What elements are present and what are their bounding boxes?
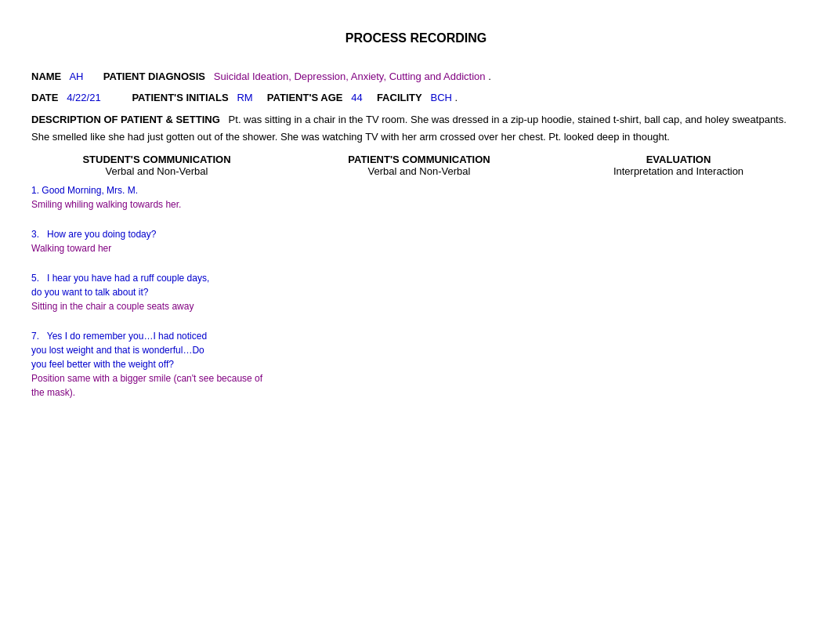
entry-7-nonverbal: Position same with a bigger smile (can't…: [31, 371, 274, 400]
name-label: NAME: [31, 71, 61, 82]
patient-sub: Verbal and Non-Verbal: [282, 165, 556, 177]
patient-column-header: PATIENT'S COMMUNICATION Verbal and Non-V…: [282, 154, 556, 177]
entry-7: 7. Yes I do remember you…I had noticedyo…: [31, 329, 274, 400]
initials-value: RM: [237, 92, 252, 103]
entry-1-nonverbal: Smiling whiling walking towards her.: [31, 197, 274, 212]
evaluation-sub: Interpretation and Interaction: [556, 165, 801, 177]
entry-7-verbal: 7. Yes I do remember you…I had noticedyo…: [31, 329, 274, 371]
diagnosis-value: Suicidal Ideation, Depression, Anxiety, …: [214, 71, 486, 82]
entry-1: 1. Good Morning, Mrs. M. Smiling whiling…: [31, 183, 274, 212]
date-row: DATE 4/22/21 PATIENT'S INITIALS RM PATIE…: [31, 90, 801, 107]
entry-5-verbal: 5. I hear you have had a ruff couple day…: [31, 271, 274, 299]
facility-label: FACILITY: [377, 92, 422, 103]
date-label: DATE: [31, 92, 58, 103]
entry-3-verbal: 3. How are you doing today?: [31, 227, 274, 241]
entry-5: 5. I hear you have had a ruff couple day…: [31, 271, 274, 313]
patient-column-body: [282, 183, 556, 415]
student-sub: Verbal and Non-Verbal: [31, 165, 282, 177]
evaluation-column-header: EVALUATION Interpretation and Interactio…: [556, 154, 801, 177]
initials-label: PATIENT'S INITIALS: [132, 92, 228, 103]
columns-header: STUDENT'S COMMUNICATION Verbal and Non-V…: [31, 154, 801, 177]
entry-3-nonverbal: Walking toward her: [31, 241, 274, 255]
entry-3: 3. How are you doing today? Walking towa…: [31, 227, 274, 255]
page-title: PROCESS RECORDING: [31, 31, 801, 45]
entry-1-verbal: 1. Good Morning, Mrs. M.: [31, 183, 274, 197]
evaluation-title: EVALUATION: [556, 154, 801, 165]
patient-title: PATIENT'S COMMUNICATION: [282, 154, 556, 165]
diagnosis-end: .: [488, 71, 491, 82]
age-label: PATIENT'S AGE: [267, 92, 343, 103]
entry-5-nonverbal: Sitting in the chair a couple seats away: [31, 299, 274, 313]
columns-body: 1. Good Morning, Mrs. M. Smiling whiling…: [31, 183, 801, 415]
description-row: DESCRIPTION OF PATIENT & SETTING Pt. was…: [31, 111, 801, 146]
student-column-header: STUDENT'S COMMUNICATION Verbal and Non-V…: [31, 154, 282, 177]
diagnosis-label: PATIENT DIAGNOSIS: [103, 71, 205, 82]
name-value: AH: [69, 71, 83, 82]
name-row: NAME AH PATIENT DIAGNOSIS Suicidal Ideat…: [31, 69, 801, 85]
age-value: 44: [351, 92, 362, 103]
description-label: DESCRIPTION OF PATIENT & SETTING: [31, 114, 220, 125]
student-title: STUDENT'S COMMUNICATION: [31, 154, 282, 165]
evaluation-column-body: [556, 183, 801, 415]
student-column-body: 1. Good Morning, Mrs. M. Smiling whiling…: [31, 183, 282, 415]
facility-end: .: [455, 92, 458, 103]
date-value: 4/22/21: [67, 92, 100, 103]
facility-value: BCH: [431, 92, 452, 103]
